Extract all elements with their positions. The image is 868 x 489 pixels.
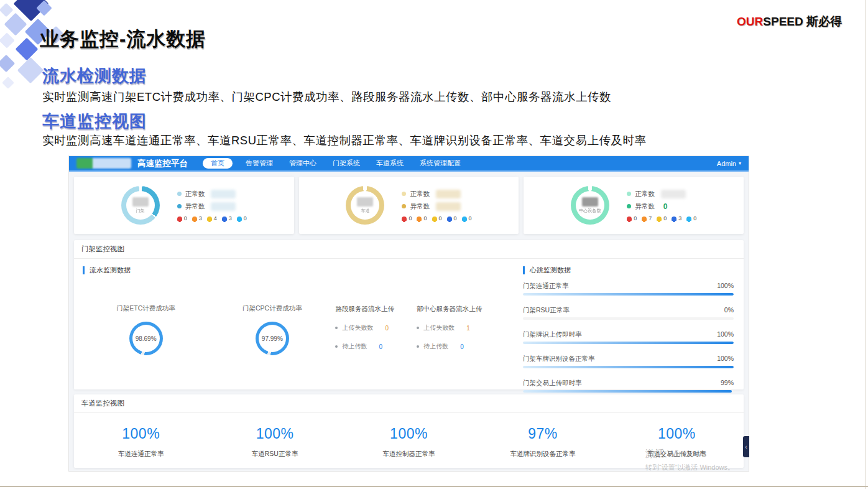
heartbeat-row: 门架牌识上传即时率100% xyxy=(523,330,734,344)
bell-count: 0 xyxy=(184,215,187,221)
gauge-label: 门架CPC计费成功率 xyxy=(209,304,335,313)
bell-count: 3 xyxy=(678,215,681,221)
bell-icon-orange xyxy=(642,217,647,221)
flow-data-section: 流水监测数据 门架ETC计费成功率 98.69% 门架CPC计费成功率 97.9… xyxy=(74,259,509,403)
nav-tab-home[interactable]: 首页 xyxy=(203,158,233,169)
heartbeat-section-title: 心跳监测数据 xyxy=(523,266,734,274)
abnormal-dot-icon xyxy=(177,204,182,208)
collapse-panel-handle[interactable]: ‹ xyxy=(743,436,749,457)
heartbeat-value: 100% xyxy=(717,330,734,339)
nav-tab-system-config[interactable]: 系统管理配置 xyxy=(420,159,461,168)
progress-bar xyxy=(523,342,734,344)
card-legend: 正常数 异常数 0 3 4 3 0 xyxy=(177,189,247,221)
bell-icon-red xyxy=(177,217,182,221)
upload-row-label: 上传失败数 xyxy=(342,324,373,332)
lane-monitor-panel: 车道监控视图 100% 车道连通正常率 100% 车道RSU正常率 100% 车… xyxy=(74,394,744,468)
summary-card-gantry: 门架 正常数 异常数 0 3 4 3 0 xyxy=(74,177,294,234)
bell-count: 0 xyxy=(693,215,696,221)
upload-group-title: 部中心服务器流水上传 xyxy=(417,305,509,314)
stat-value: 100% xyxy=(208,426,341,442)
section-heading-lane: 车道监控视图 xyxy=(42,110,147,133)
bell-icon-cyan xyxy=(462,217,467,221)
upload-fail-count: 0 xyxy=(385,325,389,332)
platform-title: 高速监控平台 xyxy=(137,158,188,169)
normal-dot-icon xyxy=(402,192,406,196)
lane-stat: 100% 车道RSU正常率 xyxy=(208,426,341,459)
bell-icon-cyan xyxy=(686,217,691,221)
logo-text-our: OUR xyxy=(737,15,763,28)
bell-icon-yellow xyxy=(432,217,437,221)
top-nav-bar: 高速监控平台 首页 告警管理 管理中心 门架系统 车道系统 系统管理配置 Adm… xyxy=(69,156,749,172)
stat-value: 100% xyxy=(342,426,476,442)
nav-tab-admin-center[interactable]: 管理中心 xyxy=(289,159,316,168)
dashboard-screenshot: 高速监控平台 首页 告警管理 管理中心 门架系统 车道系统 系统管理配置 Adm… xyxy=(68,156,749,472)
bullet-dot-icon xyxy=(417,345,419,348)
lane-stat: 100% 车道控制器正常率 xyxy=(342,426,476,459)
admin-user-menu[interactable]: Admin▾ xyxy=(717,160,741,167)
bell-count: 0 xyxy=(469,215,472,221)
bell-icon-red xyxy=(627,217,632,221)
gauge-value: 98.69% xyxy=(129,322,163,355)
stat-value: 100% xyxy=(74,426,208,442)
nav-tab-lane-system[interactable]: 车道系统 xyxy=(376,159,404,168)
upload-group-title: 路段服务器流水上传 xyxy=(335,305,417,314)
chevron-down-icon: ▾ xyxy=(739,161,741,166)
panel-title: 门架监控视图 xyxy=(74,240,744,259)
heartbeat-section: 心跳监测数据 门架连通正常率100% 门架RSU正常率0% 门架牌识上传即时率1… xyxy=(509,259,744,403)
bell-icon-blue xyxy=(447,217,452,221)
redacted-count xyxy=(582,197,598,207)
heartbeat-value: 0% xyxy=(724,306,734,315)
summary-cards-row: 门架 正常数 异常数 0 3 4 3 0 xyxy=(74,177,744,234)
progress-bar xyxy=(523,390,734,393)
heartbeat-value: 100% xyxy=(717,282,734,291)
ministry-server-upload-group: 部中心服务器流水上传 上传失败数1 待上传数0 xyxy=(417,304,509,355)
bell-count: 4 xyxy=(214,215,217,221)
alarm-bell-counters: 0 0 0 0 0 xyxy=(402,215,471,221)
bell-icon-orange xyxy=(192,217,197,221)
card-legend: 正常数 异常数 0 0 0 0 0 xyxy=(402,189,471,221)
cpc-gauge: 门架CPC计费成功率 97.99% xyxy=(209,304,335,355)
bell-count: 7 xyxy=(649,215,652,221)
heartbeat-value: 99% xyxy=(721,379,734,388)
donut-label: 车道 xyxy=(361,208,369,214)
normal-dot-icon xyxy=(627,192,631,196)
bell-count: 0 xyxy=(409,215,412,221)
bell-count: 0 xyxy=(663,215,667,221)
progress-bar xyxy=(523,293,734,296)
heartbeat-row: 门架连通正常率100% xyxy=(523,282,734,296)
stat-label: 车道连通正常率 xyxy=(74,450,208,459)
redacted-count xyxy=(132,197,149,207)
donut-label: 门架 xyxy=(136,208,145,214)
lane-stat: 97% 车道牌识别设备正常率 xyxy=(476,426,609,459)
upload-row-label: 待上传数 xyxy=(342,342,367,351)
gauge-label: 门架ETC计费成功率 xyxy=(83,304,209,313)
gauge-ring: 97.99% xyxy=(256,322,289,355)
redacted-value xyxy=(436,190,461,198)
chevron-left-icon: ‹ xyxy=(745,444,747,450)
normal-dot-icon xyxy=(177,192,182,196)
redacted-count xyxy=(357,197,373,207)
bullet-dot-icon xyxy=(417,327,419,329)
donut-label: 中心设备数 xyxy=(579,208,601,214)
abnormal-dot-icon xyxy=(402,204,406,208)
nav-tab-alerts[interactable]: 告警管理 xyxy=(246,159,273,168)
redacted-value xyxy=(211,202,236,211)
abnormal-label: 异常数 xyxy=(635,202,655,211)
bell-count: 0 xyxy=(423,215,427,221)
logo-text-cjk: 斯必得 xyxy=(806,15,842,28)
decor-diamond xyxy=(17,57,44,83)
stat-label: 车道RSU正常率 xyxy=(208,450,341,459)
bell-count: 0 xyxy=(439,215,442,221)
redacted-value xyxy=(436,202,461,211)
stat-value: 97% xyxy=(476,426,609,442)
gantry-monitor-panel: 门架监控视图 流水监测数据 门架ETC计费成功率 98.69% 门架CPC计费成… xyxy=(74,240,744,389)
upload-row-label: 上传失败数 xyxy=(423,324,455,332)
stat-label: 车道控制器正常率 xyxy=(342,450,476,459)
nav-tab-gantry-system[interactable]: 门架系统 xyxy=(333,159,360,168)
decor-diamond xyxy=(2,77,14,89)
heartbeat-label: 门架RSU正常率 xyxy=(523,306,570,315)
slide-bottom-border xyxy=(0,486,868,487)
summary-card-lane: 车道 正常数 异常数 0 0 0 0 0 xyxy=(299,177,519,234)
gauge-value: 97.99% xyxy=(256,322,289,355)
progress-fill xyxy=(523,390,732,393)
